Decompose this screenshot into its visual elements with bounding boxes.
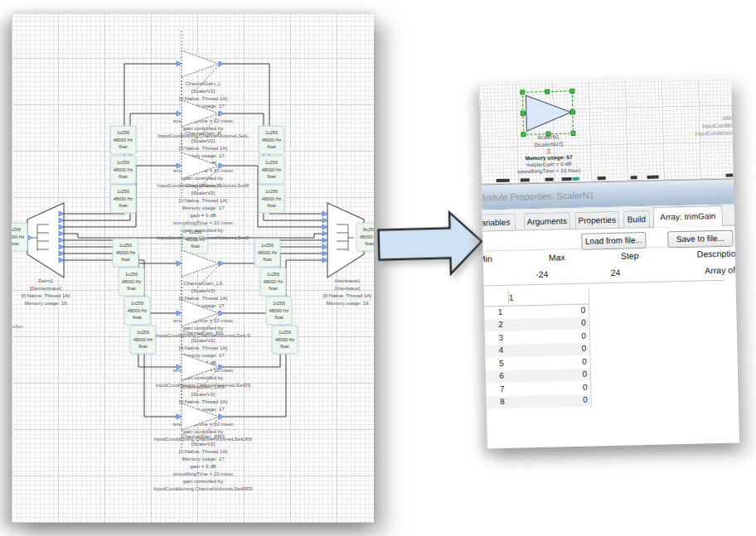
wire-format-text: float <box>263 257 272 262</box>
wire-format-text: 1x256 <box>12 227 21 232</box>
pin-icon[interactable] <box>219 61 224 66</box>
wire-format-text: 1x256 <box>117 160 129 165</box>
pin-icon[interactable] <box>219 414 224 419</box>
dialog-title: Module Properties: ScalerN1 <box>479 187 734 203</box>
pin-icon[interactable] <box>322 251 327 256</box>
wire-format-text: float <box>127 286 136 291</box>
scaler-n1-smoothing: smoothingTime = 10 msec <box>517 167 581 176</box>
clipped-fragment <box>521 178 530 181</box>
selection-handle[interactable] <box>570 110 574 114</box>
selection-handle[interactable] <box>521 133 526 137</box>
wire-format-text: 48000 Hz <box>262 138 282 142</box>
selection-handle[interactable] <box>545 89 550 94</box>
pin-icon[interactable] <box>219 111 224 116</box>
wire-format-text: 1x256 <box>265 130 278 135</box>
module-annotation: ChannelGain_LRS <box>182 384 225 389</box>
clipped-label: eSet <box>12 324 23 329</box>
array-column-header: 1 <box>509 292 585 302</box>
module-annotation: [ScalerV2] <box>191 441 216 447</box>
trim-gain-cell[interactable]: 0 <box>509 305 585 316</box>
tab-properties[interactable]: Properties <box>575 211 619 229</box>
selection-handle[interactable] <box>521 90 525 94</box>
wire-format-text: 1x256 <box>131 301 143 306</box>
scaler-module-ChannelGain_L[interactable] <box>182 51 219 77</box>
deint-thread: [0:Native, Thread 1A] <box>22 292 70 298</box>
trim-gain-cell[interactable]: 0 <box>510 318 586 329</box>
pin-icon[interactable] <box>219 311 224 316</box>
arrow-shape <box>378 211 482 275</box>
module-annotation: ChannelGain_LS <box>183 280 222 286</box>
pin-icon[interactable] <box>322 218 327 223</box>
clipped-fragment <box>726 174 734 177</box>
wire-format-text: 48000 Hz <box>262 196 282 201</box>
wire-format-text: 48000 Hz <box>262 167 282 172</box>
properties-tab-bar: VariablesArgumentsPropertiesBuildArray: … <box>482 205 735 232</box>
wire-format-text: 1x256 <box>265 189 278 194</box>
tab-array-trimgain[interactable]: Array: trimGain <box>652 205 723 228</box>
module-annotation: [ScalerV2] <box>191 391 216 397</box>
trim-gain-cell[interactable]: 0 <box>511 369 587 380</box>
clipped-annotation-text: InputConditionin <box>695 130 733 138</box>
interleave-thread: [0:Native, Thread 1A] <box>323 292 372 298</box>
module-annotation: [ScalerV2] <box>191 337 216 343</box>
wire-format-text: float <box>133 315 142 320</box>
module-canvas[interactable]: ScalerN1 [ScalerNV2] [] Memory usage: 57… <box>479 78 734 185</box>
wire-format-text: 1x256 <box>137 330 149 335</box>
wire-format-text: 1x256 <box>273 301 285 306</box>
module-annotation: gain = 0 dB <box>190 463 216 469</box>
tab-arguments[interactable]: Arguments <box>524 212 570 229</box>
module-annotation: ChannelGain_RRS <box>182 433 225 439</box>
deinterleave-module[interactable] <box>27 203 64 278</box>
wire-format-text: 48000 Hz <box>12 234 25 239</box>
pin-icon[interactable] <box>177 111 182 116</box>
pin-icon[interactable] <box>177 414 182 419</box>
pin-icon[interactable] <box>322 231 327 236</box>
module-annotation: [0:Native, Thread 1A] <box>179 295 228 301</box>
pin-icon[interactable] <box>322 211 327 216</box>
interleave-memory: Memory usage: 16 <box>326 300 369 306</box>
pin-icon[interactable] <box>322 258 327 263</box>
max-value[interactable]: 24 <box>574 268 620 278</box>
wire-format-text: 48000 Hz <box>133 337 153 342</box>
clipped-annotation-text: isMu <box>722 115 733 121</box>
min-value[interactable]: -24 <box>500 269 548 280</box>
scaler-n1-master-gain: masterGain = 0 dB <box>526 161 572 167</box>
trim-gain-cell[interactable]: 0 <box>510 344 586 355</box>
pin-icon[interactable] <box>322 244 327 249</box>
scaler-module-ChannelGain_LS[interactable] <box>182 250 219 277</box>
tab-variables[interactable]: Variables <box>479 214 516 231</box>
deint-type: [Deinterleave] <box>30 285 61 291</box>
selection-handle[interactable] <box>570 89 574 93</box>
module-annotation: [0:Native, Thread 1A] <box>179 197 228 203</box>
pin-icon[interactable] <box>177 261 182 266</box>
array-row-8[interactable]: 80 <box>487 394 591 408</box>
trim-gain-cell[interactable]: 0 <box>511 395 588 406</box>
trim-gain-cell[interactable]: 0 <box>511 382 587 393</box>
trim-gain-cell[interactable]: 0 <box>510 331 586 341</box>
trim-gain-cell[interactable]: 0 <box>511 356 587 367</box>
module-annotation: Memory usage: 17 <box>182 456 225 461</box>
row-number: 3 <box>485 332 503 341</box>
wire-format-text: float <box>121 257 130 262</box>
module-annotation: gain controlled by <box>183 227 224 233</box>
wire-format-text: 48000 Hz <box>269 308 289 313</box>
selection-handle[interactable] <box>571 131 575 135</box>
selection-handle[interactable] <box>521 111 525 115</box>
wire-format-text: float <box>365 241 374 246</box>
pin-icon[interactable] <box>219 261 224 266</box>
col-header-step: Step <box>621 250 639 260</box>
wire-format-text: float <box>274 315 284 320</box>
scaler-n1-module[interactable] <box>526 94 571 131</box>
col-header-max: Max <box>549 252 565 262</box>
pin-icon[interactable] <box>322 225 327 229</box>
row-number: 1 <box>484 307 502 316</box>
clipped-fragment <box>573 177 579 181</box>
pin-icon[interactable] <box>177 61 182 66</box>
pin-icon[interactable] <box>177 311 182 316</box>
pin-icon[interactable] <box>322 238 327 243</box>
deint-memory: Memory usage: 16 <box>24 300 67 306</box>
scaler-n1-args: [] <box>547 148 550 155</box>
module-annotation: [0:Native, Thread 1A] <box>179 448 228 454</box>
row-number: 6 <box>486 371 504 380</box>
tab-build[interactable]: Build <box>623 210 650 228</box>
